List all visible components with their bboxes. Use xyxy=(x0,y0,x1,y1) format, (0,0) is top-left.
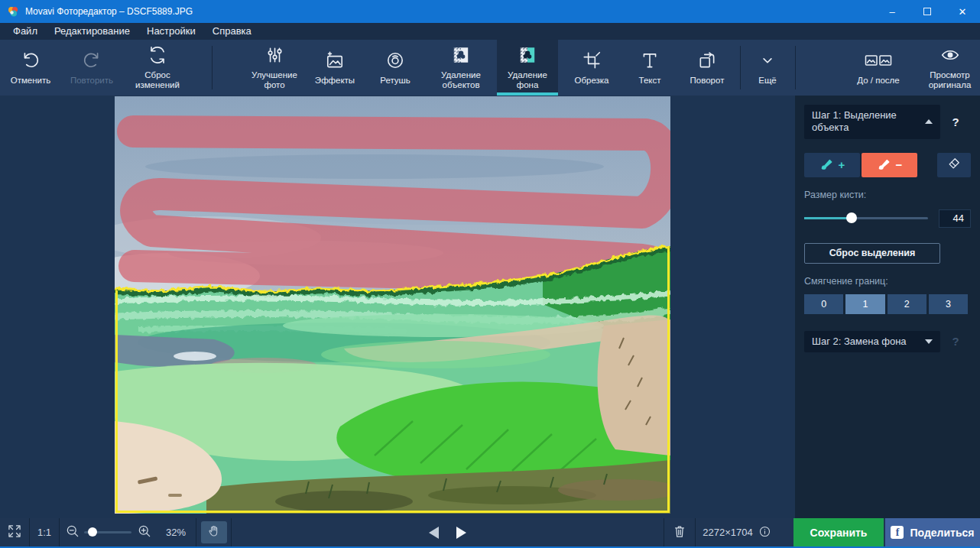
share-button[interactable]: f Поделиться xyxy=(885,518,980,546)
trash-icon xyxy=(672,524,687,541)
view-original-button[interactable]: Просмотр оригинала xyxy=(920,40,980,96)
background-brush-icon xyxy=(877,156,892,173)
zoom-out-button[interactable] xyxy=(63,518,83,546)
text-icon xyxy=(640,50,660,73)
delete-image-button[interactable] xyxy=(664,518,695,546)
tab-rotate[interactable]: Поворот xyxy=(674,40,740,96)
minimize-button[interactable]: – xyxy=(875,0,910,23)
edge-softening-options: 0 1 2 3 xyxy=(804,294,968,314)
softening-option-3[interactable]: 3 xyxy=(929,294,968,314)
tab-background-removal[interactable]: Удаление фона xyxy=(497,40,558,96)
tab-crop[interactable]: Обрезка xyxy=(558,40,625,96)
movavi-logo-icon xyxy=(7,5,19,18)
object-removal-icon xyxy=(451,45,471,67)
zoom-in-button[interactable] xyxy=(135,518,154,546)
toolbar-divider xyxy=(795,46,796,89)
save-button[interactable]: Сохранить xyxy=(793,518,884,546)
chevron-down-icon xyxy=(758,50,777,73)
menu-edit[interactable]: Редактирование xyxy=(46,23,138,40)
next-image-button[interactable] xyxy=(449,518,472,546)
object-brush-button[interactable]: + xyxy=(804,153,860,177)
facebook-icon: f xyxy=(891,526,904,539)
photo-canvas[interactable] xyxy=(115,96,670,514)
app-window: Movavi Фоторедактор – DSCF5889.JPG – ✕ Ф… xyxy=(0,0,980,548)
menubar: Файл Редактирование Настройки Справка xyxy=(0,23,980,40)
eye-icon xyxy=(939,45,961,67)
step2-title: Шаг 2: Замена фона xyxy=(812,336,907,348)
softening-option-1[interactable]: 1 xyxy=(845,294,884,314)
tab-effects[interactable]: Эффекты xyxy=(306,40,364,96)
statusbar-divider xyxy=(196,518,196,546)
menu-settings[interactable]: Настройки xyxy=(138,23,204,40)
tab-photo-enhance[interactable]: Улучшение фото xyxy=(243,40,306,96)
background-removal-icon xyxy=(518,45,537,67)
status-bar: 1:1 32% xyxy=(0,518,980,548)
undo-button[interactable]: Отменить xyxy=(5,40,57,96)
statusbar-divider xyxy=(695,518,696,546)
redo-button[interactable]: Повторить xyxy=(63,40,121,96)
step1-header[interactable]: Шаг 1: Выделение объекта xyxy=(804,105,940,139)
undo-icon xyxy=(21,50,41,73)
step1-help-button[interactable]: ? xyxy=(948,115,963,128)
fit-to-screen-icon xyxy=(7,524,22,541)
collapse-icon xyxy=(925,119,933,124)
previous-image-button[interactable] xyxy=(422,518,445,546)
sliders-icon xyxy=(264,45,284,67)
zoom-slider-thumb[interactable] xyxy=(88,527,97,537)
step2-help-button[interactable]: ? xyxy=(948,335,963,348)
window-title: Movavi Фоторедактор – DSCF5889.JPG xyxy=(25,6,193,17)
expand-icon xyxy=(925,339,933,344)
info-icon[interactable] xyxy=(758,525,771,540)
background-brush-button[interactable]: − xyxy=(862,153,917,177)
previous-image-icon xyxy=(429,527,439,539)
tab-retouch[interactable]: Ретушь xyxy=(365,40,425,96)
toolbar-divider xyxy=(212,46,213,89)
image-dimensions: 2272×1704 xyxy=(700,518,774,546)
maximize-button[interactable] xyxy=(910,0,945,23)
crop-icon xyxy=(582,50,602,73)
eraser-button[interactable] xyxy=(937,153,971,177)
slider-thumb[interactable] xyxy=(846,212,857,223)
slider-fill xyxy=(804,217,852,219)
maximize-icon xyxy=(923,8,931,15)
next-image-icon xyxy=(456,527,466,539)
hand-tool-button[interactable] xyxy=(201,521,227,543)
object-brush-icon xyxy=(819,156,835,173)
titlebar: Movavi Фоторедактор – DSCF5889.JPG – ✕ xyxy=(0,0,980,23)
zoom-level: 32% xyxy=(157,518,194,546)
before-after-button[interactable]: До / после xyxy=(836,40,921,96)
menu-file[interactable]: Файл xyxy=(5,23,46,40)
zoom-out-icon xyxy=(65,524,80,541)
step2-header[interactable]: Шаг 2: Замена фона xyxy=(804,331,940,352)
brush-size-slider[interactable] xyxy=(804,217,928,219)
effects-icon xyxy=(325,50,345,73)
fit-to-screen-button[interactable] xyxy=(0,518,29,546)
tab-more[interactable]: Ещё xyxy=(741,40,794,96)
statusbar-divider xyxy=(59,518,60,546)
before-after-icon xyxy=(865,50,892,73)
reset-changes-button[interactable]: Сброс изменений xyxy=(122,40,193,96)
softening-option-0[interactable]: 0 xyxy=(804,294,843,314)
brush-size-label: Размер кисти: xyxy=(804,190,971,200)
zoom-slider[interactable] xyxy=(84,518,131,546)
hand-icon xyxy=(207,524,221,540)
reset-selection-button[interactable]: Сброс выделения xyxy=(804,243,940,264)
step1-title: Шаг 1: Выделение объекта xyxy=(812,109,925,135)
eraser-icon xyxy=(946,156,962,174)
retouch-icon xyxy=(385,50,405,73)
statusbar-divider xyxy=(231,518,232,546)
softening-option-2[interactable]: 2 xyxy=(888,294,926,314)
tab-object-removal[interactable]: Удаление объектов xyxy=(425,40,497,96)
redo-icon xyxy=(82,50,102,73)
menu-help[interactable]: Справка xyxy=(204,23,260,40)
canvas-area[interactable] xyxy=(0,96,795,518)
zoom-in-icon xyxy=(137,524,152,541)
reset-changes-icon xyxy=(148,45,167,67)
brush-size-value[interactable]: 44 xyxy=(939,209,971,228)
tool-panel: Шаг 1: Выделение объекта ? + xyxy=(795,96,980,518)
rotate-icon xyxy=(697,50,717,73)
tab-text[interactable]: Текст xyxy=(625,40,674,96)
close-button[interactable]: ✕ xyxy=(945,0,980,23)
toolbar: Отменить Повторить Сброс изменений xyxy=(0,40,980,96)
actual-size-button[interactable]: 1:1 xyxy=(30,518,59,546)
